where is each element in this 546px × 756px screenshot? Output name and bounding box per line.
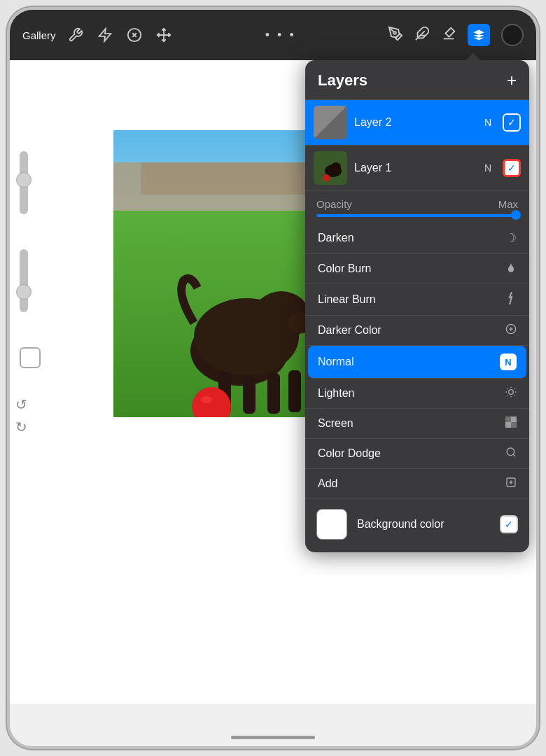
top-bar-right: [388, 24, 524, 46]
left-sidebar: ↺ ↻: [20, 151, 41, 435]
gallery-button[interactable]: Gallery: [22, 29, 56, 41]
blend-darken-icon: ☽: [505, 230, 517, 246]
layer2-visibility-check[interactable]: ✓: [503, 113, 521, 132]
blend-mode-darkercolor[interactable]: Darker Color: [305, 316, 529, 346]
selection-icon[interactable]: [125, 25, 144, 45]
blend-lighten-icon: [505, 386, 517, 400]
opacity-row: Opacity Max: [305, 191, 529, 214]
blend-darkercolor-icon: [505, 323, 517, 337]
layer2-thumbnail: [314, 106, 347, 139]
undo-redo-group: ↺ ↻: [15, 396, 41, 435]
top-bar: Gallery: [10, 10, 536, 60]
layer2-name: Layer 2: [354, 116, 477, 129]
svg-point-15: [201, 396, 212, 403]
opacity-slider-tool[interactable]: [20, 249, 28, 312]
top-bar-left: Gallery: [22, 25, 174, 45]
layer1-mode: N: [484, 162, 491, 174]
ink-tool-icon[interactable]: [414, 26, 430, 45]
pen-tool-icon[interactable]: [388, 26, 403, 45]
blend-colordodge-label: Color Dodge: [318, 447, 381, 460]
svg-rect-34: [505, 422, 511, 428]
background-color-row[interactable]: Background color ✓: [305, 498, 529, 550]
blend-mode-colorburn[interactable]: Color Burn: [305, 254, 529, 284]
layers-panel-icon[interactable]: [468, 24, 490, 46]
svg-rect-11: [243, 375, 255, 414]
square-tool[interactable]: [20, 347, 41, 368]
blend-add-label: Add: [318, 477, 337, 490]
blend-screen-icon: [505, 416, 517, 430]
layer1-visibility-check[interactable]: ✓: [503, 159, 521, 177]
layer-item-layer1[interactable]: Layer 1 N ✓: [305, 146, 529, 191]
blend-mode-normal[interactable]: Normal N: [308, 346, 526, 379]
svg-line-31: [514, 388, 514, 389]
add-layer-button[interactable]: +: [507, 72, 517, 89]
undo-button[interactable]: ↺: [15, 396, 41, 413]
blend-colordodge-icon: [505, 447, 517, 461]
transform-icon[interactable]: [154, 25, 174, 45]
bg-color-label: Background color: [357, 518, 490, 531]
device-frame: Gallery: [7, 7, 539, 749]
svg-rect-12: [267, 373, 280, 414]
home-indicator: [231, 736, 315, 739]
svg-line-30: [507, 395, 508, 396]
blend-normal-icon: N: [500, 354, 517, 370]
top-bar-center: • • •: [174, 28, 388, 43]
bg-color-swatch[interactable]: [316, 509, 347, 540]
svg-point-3: [393, 31, 396, 34]
eraser-tool-icon[interactable]: [441, 26, 456, 45]
blend-linearburn-icon: [507, 292, 517, 307]
svg-rect-35: [511, 416, 517, 422]
blend-darken-label: Darken: [318, 232, 354, 244]
color-picker-circle[interactable]: [501, 24, 524, 46]
svg-point-18: [331, 162, 341, 171]
blend-colorburn-label: Color Burn: [318, 262, 371, 275]
svg-line-27: [514, 395, 514, 396]
redo-button[interactable]: ↻: [15, 419, 41, 435]
layer1-name: Layer 1: [354, 162, 477, 174]
layers-panel-header: Layers +: [305, 60, 529, 100]
layer1-thumbnail: [314, 151, 347, 185]
svg-point-23: [509, 390, 514, 395]
opacity-value: Max: [498, 198, 518, 210]
blend-mode-colordodge[interactable]: Color Dodge: [305, 439, 529, 469]
svg-line-26: [507, 388, 508, 389]
svg-point-19: [323, 174, 330, 181]
more-options-icon[interactable]: • • •: [265, 28, 296, 43]
layers-panel: Layers + Layer 2 N ✓ Layer 1 N: [305, 60, 529, 552]
brush-size-slider[interactable]: [20, 151, 28, 214]
wrench-icon[interactable]: [66, 25, 85, 45]
panel-arrow: [466, 53, 480, 60]
layers-panel-title: Layers: [318, 71, 368, 90]
blend-modes-list: Darken ☽ Color Burn Linear Burn Darker C…: [305, 223, 529, 498]
opacity-thumb: [16, 284, 31, 300]
svg-rect-33: [511, 422, 517, 428]
blend-colorburn-icon: [505, 262, 517, 276]
opacity-slider-container[interactable]: [316, 214, 518, 217]
blend-lighten-label: Lighten: [318, 387, 355, 400]
svg-rect-13: [288, 370, 301, 412]
layer-item-layer2[interactable]: Layer 2 N ✓: [305, 100, 529, 146]
svg-marker-0: [99, 29, 111, 41]
opacity-label: Opacity: [316, 198, 352, 210]
blend-linearburn-label: Linear Burn: [318, 293, 376, 306]
brush-size-thumb: [16, 172, 31, 188]
blend-darkercolor-label: Darker Color: [318, 324, 382, 337]
blend-mode-lighten[interactable]: Lighten: [305, 379, 529, 409]
blend-screen-label: Screen: [318, 417, 354, 430]
blend-normal-label: Normal: [318, 356, 354, 368]
bg-color-check[interactable]: ✓: [500, 515, 518, 533]
adjustments-icon[interactable]: [95, 25, 115, 45]
blend-mode-add[interactable]: Add: [305, 469, 529, 498]
svg-rect-32: [505, 416, 511, 422]
svg-point-36: [507, 448, 514, 456]
blend-mode-linearburn[interactable]: Linear Burn: [305, 284, 529, 316]
svg-line-37: [513, 454, 515, 456]
blend-mode-darken[interactable]: Darken ☽: [305, 223, 529, 254]
blend-mode-screen[interactable]: Screen: [305, 409, 529, 439]
blend-add-icon: [505, 477, 517, 491]
layer2-mode: N: [484, 117, 491, 128]
